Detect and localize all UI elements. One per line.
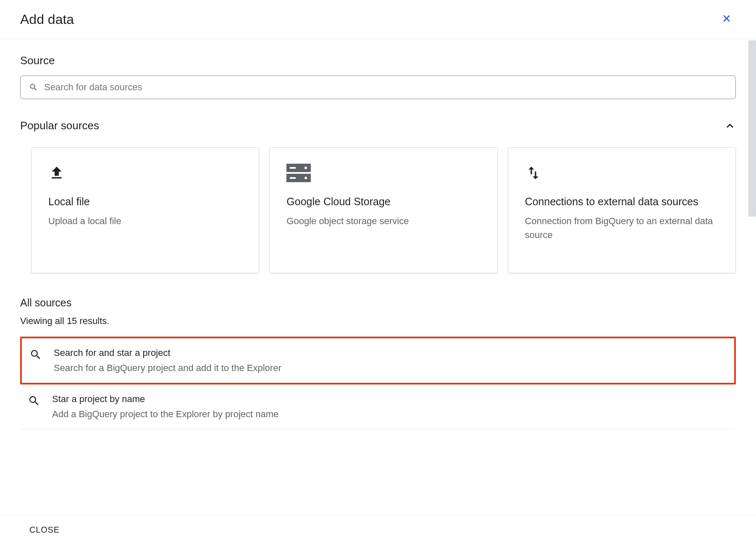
svg-rect-2: [290, 167, 296, 169]
list-item-title: Search for and star a project: [54, 348, 728, 358]
card-desc: Upload a local file: [48, 214, 242, 228]
storage-icon: [286, 163, 480, 183]
card-external-connections[interactable]: Connections to external data sources Con…: [508, 147, 736, 273]
list-item-search-star-project[interactable]: Search for and star a project Search for…: [20, 337, 736, 384]
card-title: Local file: [48, 195, 242, 209]
modal-header: Add data: [0, 0, 756, 39]
card-local-file[interactable]: Local file Upload a local file: [31, 147, 259, 273]
search-input[interactable]: [44, 82, 727, 93]
list-item-star-project-by-name[interactable]: Star a project by name Add a BigQuery pr…: [20, 384, 736, 429]
search-input-container[interactable]: [20, 76, 736, 99]
list-item-desc: Search for a BigQuery project and add it…: [54, 363, 728, 374]
search-icon: [29, 83, 38, 92]
card-desc: Google object storage service: [286, 214, 480, 228]
card-google-cloud-storage[interactable]: Google Cloud Storage Google object stora…: [269, 147, 497, 273]
swap-icon: [525, 163, 719, 183]
upload-icon: [48, 163, 242, 183]
close-button[interactable]: CLOSE: [29, 525, 60, 535]
close-icon[interactable]: [717, 10, 736, 29]
viewing-count: Viewing all 15 results.: [20, 316, 736, 327]
content-area: Source Popular sources Local file Upload…: [0, 39, 756, 515]
chevron-up-icon: [724, 120, 736, 132]
svg-rect-4: [290, 177, 296, 179]
popular-cards-row: Local file Upload a local file Google Cl…: [20, 147, 736, 273]
search-icon: [29, 348, 42, 361]
svg-point-5: [304, 177, 307, 179]
card-title: Connections to external data sources: [525, 195, 719, 209]
card-title: Google Cloud Storage: [286, 195, 480, 209]
modal-title: Add data: [20, 12, 74, 27]
card-desc: Connection from BigQuery to an external …: [525, 214, 719, 242]
source-label: Source: [20, 54, 736, 67]
popular-sources-header[interactable]: Popular sources: [20, 119, 736, 132]
modal-footer: CLOSE: [0, 515, 756, 549]
list-item-title: Star a project by name: [52, 394, 730, 405]
popular-sources-label: Popular sources: [20, 119, 99, 132]
all-sources-label: All sources: [20, 297, 736, 309]
list-item-desc: Add a BigQuery project to the Explorer b…: [52, 409, 730, 420]
search-icon: [28, 395, 40, 407]
scrollbar[interactable]: [748, 40, 756, 217]
svg-point-3: [304, 167, 307, 169]
